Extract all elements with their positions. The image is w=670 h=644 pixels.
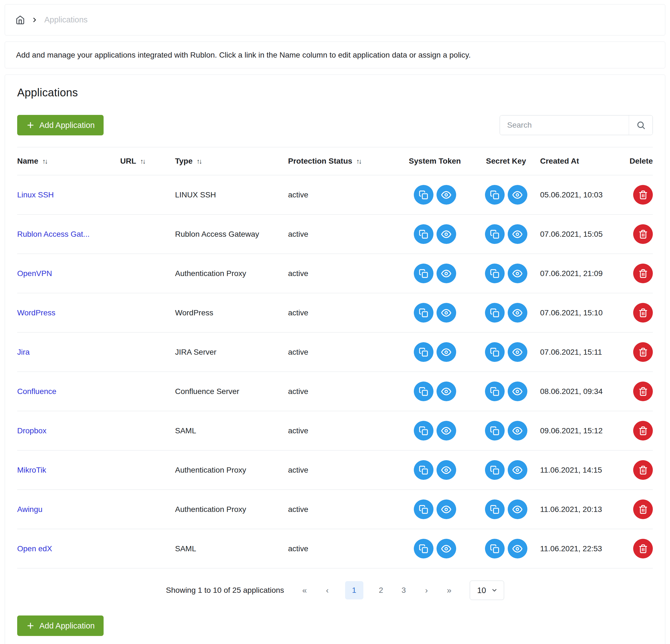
show-secret-key-button[interactable] — [508, 499, 527, 519]
show-secret-key-button[interactable] — [508, 342, 527, 362]
show-secret-key-button[interactable] — [508, 460, 527, 480]
home-icon[interactable] — [15, 15, 25, 25]
app-name-link[interactable]: Rublon Access Gat... — [17, 230, 90, 238]
show-secret-key-button[interactable] — [508, 303, 527, 323]
delete-application-button[interactable] — [633, 460, 653, 480]
page-size-select[interactable]: 10 — [470, 580, 504, 600]
copy-secret-key-button[interactable] — [485, 185, 505, 205]
table-footer: Showing 1 to 10 of 25 applications « ‹ 1… — [17, 568, 653, 610]
sort-icon[interactable]: ↑↓ — [140, 157, 146, 165]
show-system-token-button[interactable] — [437, 224, 456, 244]
show-system-token-button[interactable] — [437, 185, 456, 205]
copy-system-token-button[interactable] — [414, 224, 433, 244]
delete-application-button[interactable] — [633, 185, 653, 205]
app-name-link[interactable]: Confluence — [17, 387, 56, 396]
show-secret-key-button[interactable] — [508, 382, 527, 401]
trash-icon — [639, 387, 648, 396]
trash-icon — [639, 230, 648, 239]
delete-cell — [627, 224, 653, 244]
show-system-token-button[interactable] — [437, 342, 456, 362]
copy-system-token-button[interactable] — [414, 421, 433, 440]
delete-application-button[interactable] — [633, 303, 653, 323]
show-system-token-button[interactable] — [437, 499, 456, 519]
copy-secret-key-button[interactable] — [485, 264, 505, 283]
app-name-link[interactable]: Jira — [17, 348, 30, 356]
app-type-cell: Rublon Access Gateway — [175, 230, 288, 239]
copy-system-token-button[interactable] — [414, 185, 433, 205]
show-secret-key-button[interactable] — [508, 185, 527, 205]
app-name-link[interactable]: Awingu — [17, 505, 42, 513]
pagination-next[interactable]: › — [421, 586, 431, 595]
copy-secret-key-button[interactable] — [485, 460, 505, 480]
show-secret-key-button[interactable] — [508, 539, 527, 559]
trash-icon — [639, 426, 648, 436]
pagination-first[interactable]: « — [300, 586, 310, 595]
secret-key-actions — [472, 303, 540, 323]
copy-secret-key-button[interactable] — [485, 342, 505, 362]
delete-application-button[interactable] — [633, 382, 653, 401]
delete-application-button[interactable] — [633, 539, 653, 559]
app-name-link[interactable]: OpenVPN — [17, 269, 52, 278]
pagination-summary: Showing 1 to 10 of 25 applications — [166, 586, 284, 595]
copy-system-token-button[interactable] — [414, 303, 433, 323]
sort-icon[interactable]: ↑↓ — [42, 157, 48, 165]
show-secret-key-button[interactable] — [508, 421, 527, 440]
copy-secret-key-button[interactable] — [485, 499, 505, 519]
copy-secret-key-button[interactable] — [485, 539, 505, 559]
copy-secret-key-button[interactable] — [485, 382, 505, 401]
show-system-token-button[interactable] — [437, 382, 456, 401]
app-name-cell: WordPress — [17, 309, 120, 317]
sort-icon[interactable]: ↑↓ — [196, 157, 202, 165]
copy-system-token-button[interactable] — [414, 382, 433, 401]
show-secret-key-button[interactable] — [508, 264, 527, 283]
delete-application-button[interactable] — [633, 264, 653, 283]
copy-system-token-button[interactable] — [414, 264, 433, 283]
search-button[interactable] — [629, 115, 653, 135]
pagination-page-2[interactable]: 2 — [376, 586, 386, 595]
pagination-prev[interactable]: ‹ — [322, 586, 332, 595]
copy-secret-key-button[interactable] — [485, 303, 505, 323]
delete-application-button[interactable] — [633, 342, 653, 362]
search-input[interactable] — [500, 115, 629, 135]
trash-icon — [639, 505, 648, 514]
eye-icon — [512, 386, 522, 396]
show-secret-key-button[interactable] — [508, 224, 527, 244]
copy-system-token-button[interactable] — [414, 499, 433, 519]
show-system-token-button[interactable] — [437, 460, 456, 480]
eye-icon — [441, 347, 451, 357]
delete-application-button[interactable] — [633, 224, 653, 244]
copy-secret-key-button[interactable] — [485, 224, 505, 244]
table-row: Linux SSH LINUX SSH active — [17, 175, 653, 215]
pagination-page-3[interactable]: 3 — [399, 586, 409, 595]
show-system-token-button[interactable] — [437, 421, 456, 440]
sort-icon[interactable]: ↑↓ — [356, 157, 362, 165]
eye-icon — [512, 347, 522, 357]
delete-cell — [627, 264, 653, 283]
show-system-token-button[interactable] — [437, 539, 456, 559]
show-system-token-button[interactable] — [437, 303, 456, 323]
app-protection-status: active — [288, 191, 398, 199]
app-name-link[interactable]: MikroTik — [17, 466, 46, 474]
pagination-last[interactable]: » — [444, 586, 454, 595]
app-name-link[interactable]: Open edX — [17, 544, 52, 553]
copy-secret-key-button[interactable] — [485, 421, 505, 440]
app-name-link[interactable]: Linux SSH — [17, 191, 54, 199]
app-protection-status: active — [288, 544, 398, 553]
system-token-actions — [398, 460, 472, 480]
eye-icon — [512, 465, 522, 475]
add-application-button-bottom[interactable]: Add Application — [17, 616, 104, 636]
show-system-token-button[interactable] — [437, 264, 456, 283]
copy-system-token-button[interactable] — [414, 539, 433, 559]
app-name-link[interactable]: WordPress — [17, 309, 55, 317]
table-toolbar: Add Application — [17, 99, 653, 147]
pagination-page-1[interactable]: 1 — [345, 581, 363, 600]
copy-system-token-button[interactable] — [414, 342, 433, 362]
copy-system-token-button[interactable] — [414, 460, 433, 480]
delete-application-button[interactable] — [633, 421, 653, 440]
app-created-at: 07.06.2021, 15:11 — [540, 348, 627, 357]
app-name-link[interactable]: Dropbox — [17, 426, 46, 435]
delete-application-button[interactable] — [633, 499, 653, 519]
add-application-button[interactable]: Add Application — [17, 115, 104, 135]
system-token-actions — [398, 421, 472, 440]
delete-cell — [627, 382, 653, 401]
